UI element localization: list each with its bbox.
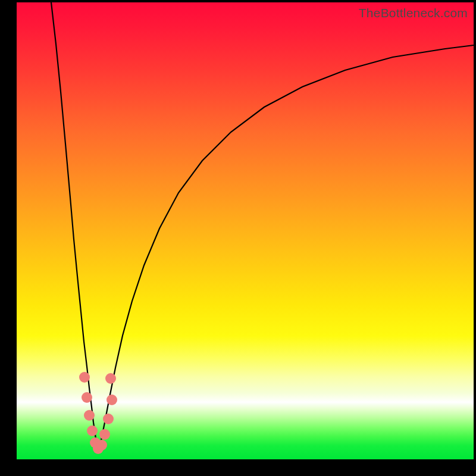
curve-layer (17, 2, 474, 459)
marker-dot (105, 373, 116, 384)
marker-dot (82, 392, 92, 403)
marker-dot (79, 372, 90, 383)
chart-frame: TheBottleneck.com (0, 0, 476, 476)
plot-area: TheBottleneck.com (17, 2, 474, 459)
marker-dot (107, 394, 117, 405)
marker-dot (103, 414, 114, 424)
marker-dot (99, 429, 110, 440)
marker-dot (96, 440, 107, 450)
curve-left-branch (51, 2, 98, 450)
curve-right-branch (99, 45, 474, 450)
marker-dot (84, 410, 95, 421)
marker-dot (87, 425, 98, 436)
